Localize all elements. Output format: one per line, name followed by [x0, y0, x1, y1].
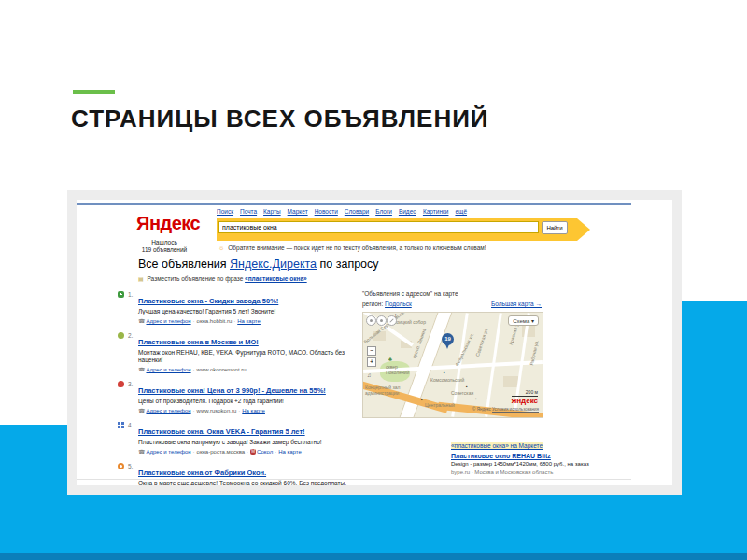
separator-dot: · — [233, 318, 235, 324]
search-notice: ☼ Обратите внимание — поиск идет не по т… — [218, 245, 486, 251]
ad-description: Окна в марте еще дешевле! Термоокна со с… — [138, 480, 362, 485]
search-banner: Найти — [217, 218, 577, 241]
slide: СТРАНИЦЫ ВСЕХ ОБЪЯВЛЕНИЙ ПоискПочтаКарты… — [0, 0, 747, 560]
cart-icon: ▪ — [466, 384, 468, 389]
ad-listing: 3.Пластиковые окна! Цена от 3 990р! - Де… — [118, 380, 379, 413]
map-copyright: © Яндекс Условия использования — [472, 407, 539, 412]
separator-dot: · — [193, 408, 195, 413]
cart-icon: ▪ — [475, 396, 477, 401]
search-button[interactable]: Найти — [542, 221, 568, 234]
page-heading: Все объявления Яндекс.Директа по запросу — [138, 258, 379, 271]
nav-link[interactable]: Видео — [399, 208, 416, 215]
listing-number: 1. — [128, 291, 138, 324]
ad-title-link[interactable]: Пластиковые окна - Скидки завода 50%! — [138, 297, 278, 305]
market-block: «пластиковые окна» на Маркете Пластиково… — [451, 442, 619, 475]
phone-icon: ☎ — [138, 318, 145, 324]
phone-icon: ☎ — [138, 449, 145, 455]
metro-station-link[interactable]: Сокол — [257, 449, 273, 455]
banner-arrow-icon — [577, 218, 590, 241]
metro-icon: М — [250, 449, 256, 455]
ad-title-link[interactable]: Пластиковые окна в Москве и МО! — [138, 338, 259, 346]
ad-domain: www.okonremont.ru — [197, 367, 247, 372]
site-favicon-pin-red — [118, 381, 124, 387]
results-count-line1: Нашлось — [151, 239, 177, 245]
site-favicon-flower-green — [118, 291, 124, 298]
ad-title-link[interactable]: Пластиковые окна от Фабрики Окон. — [138, 469, 266, 477]
nav-link[interactable]: Новости — [315, 208, 338, 215]
accent-dash — [73, 90, 115, 94]
ad-description: Цены от производителя. Подарок +2 года г… — [138, 398, 362, 405]
direct-link[interactable]: Яндекс.Директа — [230, 258, 317, 271]
region-link[interactable]: Подольск — [385, 301, 412, 307]
ad-title-link[interactable]: Пластиковые окна. Окна VEKA - Гарантия 5… — [138, 427, 305, 436]
map-layer-button[interactable]: Схема ▾ — [508, 315, 539, 326]
search-input[interactable] — [218, 221, 539, 233]
address-phone-link[interactable]: Адрес и телефон — [146, 449, 190, 455]
phone-icon: ☎ — [138, 367, 145, 372]
tree-icon: ♣ — [388, 357, 392, 362]
big-map-link[interactable]: Большая карта → — [491, 301, 542, 307]
on-map-link[interactable]: На карте — [278, 449, 302, 455]
separator-dot: · — [193, 367, 195, 372]
on-map-link[interactable]: На карте — [242, 408, 265, 413]
address-phone-link[interactable]: Адрес и телефон — [146, 318, 190, 324]
map-terms-link[interactable]: Условия использования — [492, 407, 539, 412]
footer-divider — [77, 479, 631, 480]
place-ad-text: Разместить объявление по фразе — [147, 275, 245, 282]
page-top-line — [77, 203, 631, 205]
nav-link[interactable]: Карты — [263, 208, 281, 215]
cart-icon: ▪ — [444, 370, 445, 375]
ad-description: Монтаж окон REHAU, КВЕ, VEKA. Фурнитура … — [138, 349, 362, 364]
ad-listing: 1.Пластиковые окна - Скидки завода 50%!Л… — [118, 290, 379, 324]
nav-link[interactable]: Маркет — [288, 208, 308, 215]
map-ruler-control[interactable] — [387, 315, 397, 326]
map-pan-control[interactable] — [366, 315, 376, 326]
on-map-link[interactable]: На карте — [237, 318, 261, 324]
separator-dot: · — [193, 449, 195, 455]
address-phone-link[interactable]: Адрес и телефон — [146, 367, 190, 372]
nav-link[interactable]: Блоги — [375, 208, 392, 215]
background-accent-strip — [0, 553, 747, 560]
site-favicon-bulb-green — [118, 332, 124, 339]
map-marker[interactable]: 19 — [442, 333, 454, 345]
ad-listing: 4.Пластиковые окна. Окна VEKA - Гарантия… — [118, 421, 379, 455]
map-magnifier-control[interactable] — [376, 315, 387, 326]
ad-domain: окна-роста.москва — [197, 449, 246, 455]
separator-dot: · — [238, 408, 240, 413]
ad-links-row: ☎Адрес и телефон·окна.hobbit.ru·На карте — [138, 317, 379, 324]
listing-number: 2. — [128, 332, 138, 372]
nav-link[interactable]: ещё — [455, 208, 467, 215]
site-favicon-grid-blue — [118, 422, 124, 428]
screenshot-card: ПоискПочтаКартыМаркетНовостиСловариБлоги… — [67, 190, 682, 495]
zoom-out-button[interactable]: − — [367, 346, 376, 356]
address-phone-link[interactable]: Адрес и телефон — [146, 408, 190, 413]
listing-number: 5. — [128, 463, 138, 485]
market-item: Пластиковое окно REHAU Blitz — [451, 453, 619, 459]
listing-number: 4. — [128, 422, 138, 455]
results-count-line2: 119 объявлений — [142, 246, 187, 253]
market-title-link[interactable]: «пластиковые окна» на Маркете — [451, 442, 543, 449]
attention-icon: ☼ — [218, 245, 224, 251]
map-watermark: Яндекс — [512, 397, 538, 405]
map-caption: "Объявления с адресом" на карте — [362, 290, 458, 297]
yandex-logo[interactable]: Яндекс — [136, 213, 200, 234]
ad-links-row: ☎Адрес и телефон·www.okonremont.ru — [138, 366, 379, 372]
market-item-link[interactable]: Пластиковое окно REHAU Blitz — [451, 453, 551, 459]
map-scale: 200 м — [512, 389, 538, 397]
map-scale-label: 200 м — [526, 389, 538, 395]
slide-title: СТРАНИЦЫ ВСЕХ ОБЪЯВЛЕНИЙ — [71, 105, 489, 133]
nav-link[interactable]: Поиск — [217, 208, 233, 215]
ad-domain: окна.hobbit.ru — [197, 318, 233, 324]
ad-listing: 5.Пластиковые окна от Фабрики Окон.Окна … — [118, 462, 379, 485]
map[interactable]: Троицкий соборпросп. ЛенинаБольшая Серпу… — [362, 312, 543, 418]
market-title: «пластиковые окна» на Маркете — [451, 442, 619, 449]
zoom-in-button[interactable]: + — [367, 357, 376, 367]
nav-link[interactable]: Словари — [345, 208, 369, 215]
ad-title-link[interactable]: Пластиковые окна! Цена от 3 990р! - Деше… — [138, 386, 326, 395]
nav-link[interactable]: Картинки — [423, 208, 449, 215]
nav-link[interactable]: Почта — [240, 208, 257, 215]
place-ad-phrase-link[interactable]: «пластиковые окна» — [245, 275, 307, 282]
market-item-source: bype.ru · Москва и Московская область — [451, 469, 619, 475]
ad-description: Лучшая цена-качество! Гарантия 5 лет! Зв… — [138, 308, 362, 315]
separator-dot: · — [247, 449, 248, 455]
